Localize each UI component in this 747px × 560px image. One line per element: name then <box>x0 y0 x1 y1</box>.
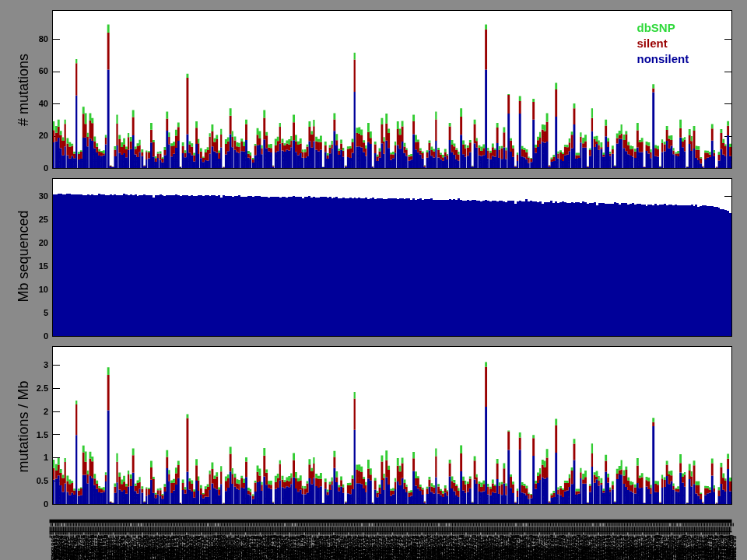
svg-text:3A402WXW8: 3A402WXW8 <box>731 547 737 560</box>
